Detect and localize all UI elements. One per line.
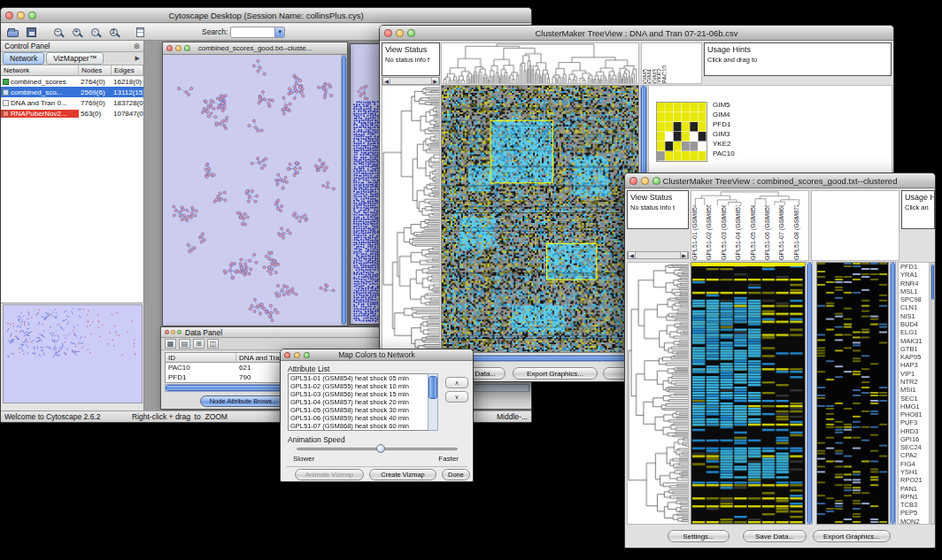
minimize-icon[interactable]	[641, 177, 649, 185]
combo-arrow-icon[interactable]: ▼	[274, 27, 284, 37]
gene-label[interactable]: RPO21	[900, 476, 929, 484]
expression-heatmap[interactable]	[441, 85, 639, 353]
maximize-icon[interactable]	[407, 29, 415, 37]
gene-column-label[interactable]: YKE2	[656, 43, 660, 83]
treeview-dna-titlebar[interactable]: ClusterMaker TreeView : DNA and Tran 07-…	[380, 26, 893, 41]
node-attribute-browser-tab[interactable]: Node Attribute Brows...	[200, 395, 287, 407]
gene-column-label[interactable]: PAC10	[661, 43, 666, 83]
gene-label[interactable]: SPC98	[900, 295, 929, 303]
gene-label[interactable]: SEC24	[900, 443, 929, 451]
main-window-titlebar[interactable]: Cytoscape Desktop (Session Name: collins…	[1, 8, 531, 23]
gene-label[interactable]: RNR4	[900, 280, 929, 288]
attribute-item[interactable]: GPL51-03 (GSM856) heat shock 15 min	[290, 390, 437, 398]
gene-label[interactable]: HMG1	[900, 403, 929, 410]
network-view-titlebar[interactable]: combined_scores_good.txt--cluste...	[163, 42, 347, 55]
minimize-icon[interactable]	[17, 12, 25, 19]
column-label[interactable]: GPL51-01 (GSM854...	[691, 205, 706, 260]
export-graphics-button[interactable]: Export Graphics...	[813, 530, 891, 542]
gene-label[interactable]: PUF3	[900, 418, 929, 426]
tab-overflow-icon[interactable]: ▶	[135, 55, 142, 62]
attribute-item[interactable]: GPL51-05 (GSM858) heat shock 30 min	[290, 406, 437, 414]
gene-label[interactable]: PAN1	[900, 485, 929, 493]
gene-list-scrollbar[interactable]	[930, 262, 935, 525]
network-row[interactable]: RNAPuberNov2... 563(0) 107847(0)	[1, 108, 143, 119]
expression-heatmap[interactable]	[691, 262, 806, 525]
column-header-nodes[interactable]: Nodes	[79, 65, 112, 76]
network-row[interactable]: DNA and Tran 0... 7769(0) 183728(0)	[1, 97, 143, 108]
close-icon[interactable]	[5, 12, 13, 19]
scroll-right-icon[interactable]: ▶	[680, 252, 688, 258]
matrix-gene-label[interactable]: GIM4	[713, 110, 735, 119]
scrollbar-track[interactable]	[390, 78, 431, 84]
tab-vizmapper[interactable]: VizMapper™	[46, 52, 104, 65]
gene-label[interactable]: GPI16	[900, 435, 929, 443]
panel-close-icon[interactable]: ⊗	[133, 42, 140, 50]
gene-label[interactable]: MSL1	[900, 288, 929, 295]
column-label[interactable]: GPL51-05 (GSM858...	[750, 205, 764, 260]
column-header-network[interactable]: Network	[1, 65, 79, 76]
column-label[interactable]: GPL51-04 (GSM857...	[735, 205, 749, 260]
network-vertical-scrollbar[interactable]	[341, 55, 347, 326]
scrollbar-track[interactable]	[636, 252, 680, 258]
gene-label[interactable]: BUD4	[900, 320, 929, 328]
minimize-icon[interactable]	[396, 29, 404, 37]
maximize-icon[interactable]	[652, 177, 660, 185]
column-dendrogram[interactable]	[441, 42, 639, 84]
matrix-gene-label[interactable]: PAC10	[713, 149, 735, 158]
gene-label[interactable]: FIG4	[900, 460, 929, 468]
gene-label[interactable]: PEP5	[900, 509, 929, 517]
attribute-table-icon[interactable]: ▤	[179, 339, 190, 349]
gene-label[interactable]: MAK31	[900, 337, 929, 345]
zoom-selected-icon[interactable]: ▫	[87, 25, 103, 39]
secondary-vertical-scrollbar[interactable]	[890, 262, 896, 525]
gene-label[interactable]: HRD3	[900, 427, 929, 435]
done-button[interactable]: Done	[442, 469, 470, 480]
gene-label[interactable]: ELG1	[900, 328, 929, 336]
zoom-out-icon[interactable]: −	[50, 25, 66, 39]
gene-label[interactable]: KAP95	[900, 353, 929, 361]
animate-vizmap-button[interactable]: Animate Vizmap	[295, 469, 364, 480]
dendrogram-horizontal-scrollbar[interactable]: ◀ ▶	[627, 251, 689, 259]
column-label[interactable]: GPL51-03 (GSM856...	[721, 205, 735, 260]
gene-label[interactable]: MON2	[900, 518, 929, 525]
maximize-icon[interactable]	[184, 45, 190, 51]
column-label[interactable]: GPL51-07 (GSM868...	[778, 205, 792, 260]
column-header-id[interactable]: ID	[166, 353, 236, 363]
heatmap-vertical-scrollbar[interactable]	[807, 262, 813, 525]
gene-label[interactable]: SEC1	[900, 395, 929, 403]
row-dendrogram[interactable]	[382, 85, 440, 353]
open-folder-icon[interactable]	[4, 25, 20, 39]
new-attribute-icon[interactable]: ⊞	[193, 339, 205, 349]
gene-label[interactable]: NIS1	[900, 312, 929, 320]
maximize-icon[interactable]	[177, 330, 181, 334]
dialog-titlebar[interactable]: Map Colors to Network	[281, 349, 473, 361]
network-canvas[interactable]	[163, 55, 341, 326]
gene-label[interactable]: CPA2	[900, 451, 929, 459]
attribute-list[interactable]: GPL51-01 (GSM854) heat shock 05 minGPL51…	[288, 373, 438, 431]
attribute-item[interactable]: GPL51-01 (GSM854) heat shock 05 min	[290, 374, 437, 382]
matrix-gene-label[interactable]: YKE2	[713, 139, 735, 149]
row-dendrogram[interactable]	[627, 262, 689, 525]
close-icon[interactable]	[629, 177, 637, 185]
gene-label[interactable]: PHO81	[900, 410, 929, 418]
create-vizmap-button[interactable]: Create Vizmap	[369, 469, 436, 480]
gene-label[interactable]: YRA1	[900, 271, 929, 279]
secondary-heatmap[interactable]	[816, 262, 889, 525]
gene-label[interactable]: NTR2	[900, 378, 929, 386]
save-icon[interactable]	[23, 25, 39, 39]
close-icon[interactable]	[166, 45, 173, 51]
attribute-item[interactable]: GPL51-04 (GSM857) heat shock 20 min	[290, 398, 437, 406]
move-up-button[interactable]: ∧	[445, 377, 468, 388]
attribute-item[interactable]: GPL51-07 (GSM868) heat shock 60 min	[290, 422, 437, 430]
network-row[interactable]: combined_scores 2764(0) 16218(0)	[1, 76, 143, 87]
zoom-fit-icon[interactable]: 1	[105, 25, 121, 39]
gene-label[interactable]: PFD1	[900, 263, 929, 271]
scroll-left-icon[interactable]: ◀	[628, 252, 636, 258]
gene-label[interactable]: RPN1	[900, 493, 929, 501]
animation-speed-slider[interactable]	[297, 443, 458, 454]
scroll-right-icon[interactable]: ▶	[431, 78, 439, 84]
gene-label[interactable]: CLN1	[900, 303, 929, 311]
gene-label[interactable]: YSH1	[900, 468, 929, 476]
maximize-icon[interactable]	[304, 352, 310, 358]
minimize-icon[interactable]	[175, 45, 181, 51]
